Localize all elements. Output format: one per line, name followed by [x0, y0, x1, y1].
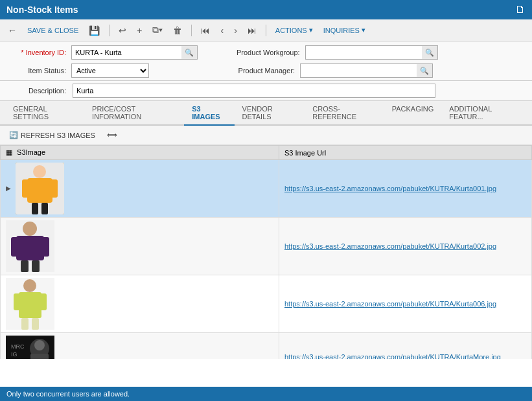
first-button[interactable]: ⏮ — [198, 24, 213, 37]
refresh-icon: 🔄 — [9, 131, 18, 139]
tab-price-cost[interactable]: PRICE/COST INFORMATION — [84, 101, 184, 126]
tab-s3-images[interactable]: S3 IMAGES — [184, 101, 234, 126]
svg-rect-10 — [11, 237, 19, 257]
s3-images-table-container: ▦ S3Image S3 Image Url ▶ — [0, 145, 532, 359]
svg-rect-9 — [16, 236, 44, 260]
description-row: Description: — [0, 81, 532, 101]
kurta-image-2 — [6, 220, 54, 272]
url-link-4[interactable]: https://s3.us-east-2.amazonaws.com/pabuk… — [284, 353, 501, 360]
description-input[interactable] — [73, 84, 435, 98]
product-manager-label: Product Manager: — [237, 67, 295, 74]
svg-rect-18 — [40, 293, 47, 310]
kurta-image-1 — [16, 163, 64, 214]
s3-images-table: ▦ S3Image S3 Image Url ▶ — [0, 145, 532, 359]
svg-rect-12 — [21, 260, 29, 272]
last-button[interactable]: ⏭ — [245, 24, 259, 37]
svg-point-15 — [23, 279, 36, 292]
tab-general-settings[interactable]: GENERAL SETTINGS — [5, 101, 84, 126]
inventory-id-row: Inventory ID: 🔍 — [8, 45, 198, 60]
image-cell-2 — [1, 218, 279, 275]
page-icon[interactable]: 🗋 — [515, 4, 526, 16]
toolbar: ← SAVE & CLOSE 💾 ↩ + ⧉▾ 🗑 ⏮ ‹ › ⏭ ACTION… — [0, 19, 532, 41]
tab-packaging[interactable]: PACKAGING — [384, 101, 442, 126]
product-manager-input[interactable] — [300, 63, 417, 78]
tab-vendor-details[interactable]: VENDOR DETAILS — [235, 101, 305, 126]
product-manager-row: Product Manager: 🔍 — [237, 63, 438, 78]
table-row[interactable]: https://s3.us-east-2.amazonaws.com/pabuk… — [1, 275, 532, 333]
form-right-col: Product Workgroup: 🔍 Product Manager: 🔍 — [237, 45, 438, 78]
separator-1 — [109, 25, 110, 36]
item-status-row: Item Status: Active Inactive — [8, 63, 198, 78]
form-section: Inventory ID: 🔍 Item Status: Active Inac… — [0, 41, 532, 81]
url-cell-2: https://s3.us-east-2.amazonaws.com/pabuk… — [279, 218, 532, 275]
svg-point-25 — [34, 340, 45, 350]
svg-rect-19 — [21, 318, 29, 330]
product-workgroup-label: Product Workgroup: — [237, 49, 300, 56]
tab-cross-reference[interactable]: CROSS-REFERENCE — [305, 101, 384, 126]
grid-icon: ▦ — [6, 148, 12, 156]
status-bar: Only two concurrent users are allowed. — [0, 387, 532, 401]
svg-rect-17 — [14, 293, 21, 310]
prev-button[interactable]: ‹ — [218, 24, 226, 37]
next-button[interactable]: › — [231, 24, 240, 37]
product-workgroup-field-group: 🔍 — [305, 45, 438, 60]
table-row[interactable]: MRC IG https://s3.us-east-2.amazonaws.co… — [1, 333, 532, 360]
fit-columns-button[interactable]: ⟺ — [104, 130, 120, 141]
url-cell-1: https://s3.us-east-2.amazonaws.com/pabuk… — [279, 160, 532, 218]
save-icon-button[interactable]: 💾 — [86, 24, 102, 37]
tab-bar: GENERAL SETTINGS PRICE/COST INFORMATION … — [0, 101, 532, 126]
delete-button[interactable]: 🗑 — [170, 24, 185, 37]
svg-rect-26 — [30, 354, 49, 359]
image-cell-4: MRC IG — [1, 333, 279, 360]
table-header-row: ▦ S3Image S3 Image Url — [1, 146, 532, 160]
s3-toolbar: 🔄 REFRESH S3 IMAGES ⟺ — [0, 126, 532, 145]
product-workgroup-search-button[interactable]: 🔍 — [422, 45, 438, 60]
col-header-url: S3 Image Url — [279, 146, 532, 160]
refresh-s3-button[interactable]: 🔄 REFRESH S3 IMAGES — [6, 130, 98, 141]
top-bar: Non-Stock Items 🗋 — [0, 0, 532, 19]
separator-2 — [191, 25, 192, 36]
status-message: Only two concurrent users are allowed. — [6, 390, 130, 398]
save-close-button[interactable]: SAVE & CLOSE — [25, 25, 81, 36]
inventory-id-label: Inventory ID: — [8, 49, 66, 56]
svg-rect-16 — [19, 292, 41, 318]
svg-rect-6 — [41, 203, 48, 214]
svg-point-1 — [33, 165, 46, 178]
fit-icon: ⟺ — [107, 131, 117, 139]
kurta-image-3 — [6, 278, 54, 330]
product-workgroup-input[interactable] — [305, 45, 422, 60]
svg-rect-4 — [50, 179, 58, 198]
col-header-image: ▦ S3Image — [1, 146, 279, 160]
add-button[interactable]: + — [134, 24, 145, 37]
svg-rect-20 — [32, 318, 39, 330]
tab-additional-features[interactable]: ADDITIONAL FEATUR... — [441, 101, 527, 126]
product-manager-search-button[interactable]: 🔍 — [417, 63, 433, 78]
back-button[interactable]: ← — [5, 24, 19, 37]
url-cell-4: https://s3.us-east-2.amazonaws.com/pabuk… — [279, 333, 532, 360]
url-link-3[interactable]: https://s3.us-east-2.amazonaws.com/pabuk… — [284, 300, 496, 308]
table-row[interactable]: https://s3.us-east-2.amazonaws.com/pabuk… — [1, 218, 532, 275]
image-cell-1: ▶ — [1, 160, 279, 218]
inventory-id-input[interactable] — [71, 45, 181, 60]
svg-rect-11 — [41, 237, 49, 257]
svg-rect-13 — [32, 260, 40, 272]
actions-button[interactable]: ACTIONS ▾ — [273, 25, 316, 36]
product-workgroup-row: Product Workgroup: 🔍 — [237, 45, 438, 60]
copy-button[interactable]: ⧉▾ — [150, 23, 165, 37]
inquiries-button[interactable]: INQUIRIES ▾ — [321, 25, 368, 36]
url-link-2[interactable]: https://s3.us-east-2.amazonaws.com/pabuk… — [284, 242, 496, 250]
url-cell-3: https://s3.us-east-2.amazonaws.com/pabuk… — [279, 275, 532, 333]
expand-arrow-1[interactable]: ▶ — [6, 185, 14, 192]
svg-point-8 — [23, 222, 37, 236]
table-row[interactable]: ▶ http — [1, 160, 532, 218]
image-cell-3 — [1, 275, 279, 333]
undo-button[interactable]: ↩ — [116, 24, 129, 37]
svg-rect-5 — [32, 203, 38, 214]
item-status-label: Item Status: — [8, 67, 66, 74]
item-status-select[interactable]: Active Inactive — [71, 63, 149, 78]
svg-rect-2 — [27, 178, 52, 203]
form-left-col: Inventory ID: 🔍 Item Status: Active Inac… — [8, 45, 198, 78]
inventory-id-search-button[interactable]: 🔍 — [181, 45, 198, 60]
svg-text:IG: IG — [11, 351, 17, 358]
url-link-1[interactable]: https://s3.us-east-2.amazonaws.com/pabuk… — [284, 185, 496, 192]
